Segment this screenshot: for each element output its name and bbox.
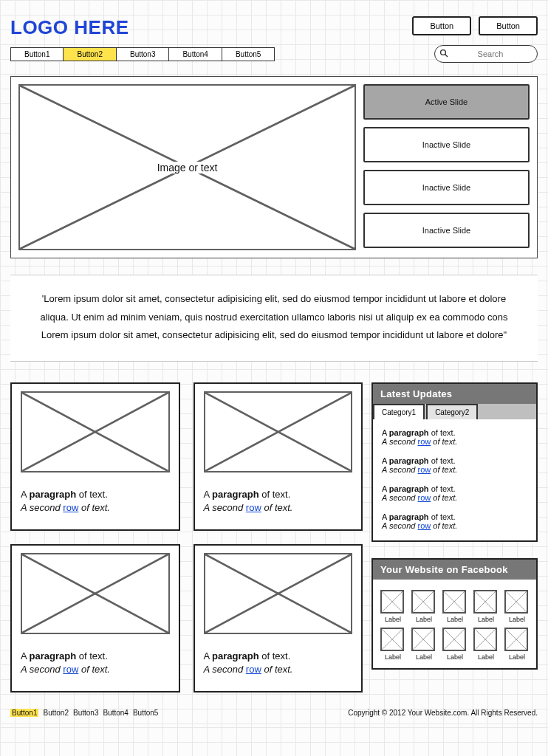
- search-box[interactable]: [434, 45, 538, 63]
- footer-link-5[interactable]: Button5: [133, 709, 158, 717]
- footer-link-2[interactable]: Button2: [43, 709, 68, 717]
- svg-line-1: [445, 55, 448, 57]
- facebook-thumb: [473, 628, 497, 651]
- row-link[interactable]: row: [418, 465, 431, 474]
- facebook-label: Label: [442, 616, 467, 623]
- facebook-label: Label: [504, 653, 530, 661]
- update-second-row: A second row of text.: [382, 437, 527, 446]
- content-card: A paragraph of text. A second row of tex…: [10, 544, 180, 693]
- intro-text: 'Lorem ipsum dolor sit amet, consectetur…: [10, 275, 538, 362]
- facebook-label: Label: [411, 653, 436, 661]
- header-button-1[interactable]: Button: [412, 16, 471, 35]
- facebook-item[interactable]: Label: [380, 590, 405, 623]
- search-input[interactable]: [453, 49, 528, 58]
- slide-2[interactable]: Inactive Slide: [363, 127, 530, 162]
- footer-link-4[interactable]: Button4: [103, 709, 128, 717]
- search-icon: [439, 47, 448, 61]
- slide-4[interactable]: Inactive Slide: [363, 213, 530, 248]
- updates-tab-1[interactable]: Category1: [373, 404, 425, 419]
- facebook-item[interactable]: Label: [411, 628, 436, 661]
- svg-point-0: [441, 50, 446, 55]
- footer-link-1[interactable]: Button1: [10, 709, 38, 717]
- facebook-label: Label: [504, 616, 530, 623]
- card-image-placeholder: [21, 391, 170, 472]
- update-paragraph: A paragraph of text.: [382, 512, 527, 521]
- updates-tab-2[interactable]: Category2: [426, 404, 478, 419]
- facebook-thumb: [411, 628, 435, 651]
- sidebar: Latest Updates Category1 Category2 A par…: [371, 382, 538, 693]
- intro-line-3: Lorem ipsum dolor sit amet, consectetur …: [15, 326, 533, 345]
- content-card: A paragraph of text. A second row of tex…: [10, 382, 180, 531]
- row-link[interactable]: row: [63, 664, 78, 675]
- main-nav: Button1 Button2 Button3 Button4 Button5: [10, 47, 275, 61]
- facebook-thumb: [442, 590, 466, 614]
- slide-3[interactable]: Inactive Slide: [363, 170, 530, 205]
- facebook-thumb: [504, 590, 528, 614]
- facebook-item[interactable]: Label: [442, 628, 467, 661]
- update-second-row: A second row of text.: [382, 493, 527, 502]
- facebook-label: Label: [380, 653, 405, 661]
- header-button-2[interactable]: Button: [479, 16, 538, 35]
- nav-button-2[interactable]: Button2: [64, 47, 116, 61]
- card-second-row: A second row of text.: [21, 502, 170, 513]
- facebook-item[interactable]: Label: [504, 628, 530, 661]
- intro-line-1: 'Lorem ipsum dolor sit amet, consectetur…: [15, 290, 533, 309]
- nav-button-3[interactable]: Button3: [117, 47, 169, 61]
- hero-image-placeholder: Image or text: [18, 84, 356, 250]
- slide-list: Active Slide Inactive Slide Inactive Sli…: [363, 84, 530, 250]
- footer-link-3[interactable]: Button3: [73, 709, 98, 717]
- row-link[interactable]: row: [246, 502, 261, 513]
- facebook-thumb: [504, 628, 528, 651]
- update-item: A paragraph of text. A second row of tex…: [382, 484, 527, 502]
- row-link[interactable]: row: [418, 521, 431, 530]
- footer: Button1 Button2 Button3 Button4 Button5 …: [10, 709, 538, 717]
- nav-button-4[interactable]: Button4: [169, 47, 222, 61]
- row-link[interactable]: row: [63, 502, 78, 513]
- facebook-label: Label: [473, 653, 499, 661]
- card-paragraph: A paragraph of text.: [204, 489, 353, 500]
- facebook-title: Your Website on Facebook: [373, 560, 536, 580]
- facebook-thumb: [411, 590, 435, 614]
- card-image-placeholder: [204, 553, 353, 634]
- intro-line-2: aliqua. Ut enim ad minim veniam, quis no…: [15, 309, 533, 327]
- facebook-item[interactable]: Label: [504, 590, 530, 623]
- logo: LOGO HERE: [10, 16, 129, 39]
- update-paragraph: A paragraph of text.: [382, 428, 527, 437]
- facebook-item[interactable]: Label: [473, 628, 499, 661]
- facebook-item[interactable]: Label: [380, 628, 405, 661]
- row-link[interactable]: row: [418, 437, 431, 446]
- update-paragraph: A paragraph of text.: [382, 456, 527, 465]
- update-second-row: A second row of text.: [382, 465, 527, 474]
- card-paragraph: A paragraph of text.: [21, 489, 170, 500]
- card-second-row: A second row of text.: [204, 664, 353, 675]
- update-item: A paragraph of text. A second row of tex…: [382, 512, 527, 530]
- updates-tabbar: Category1 Category2: [373, 404, 536, 419]
- update-paragraph: A paragraph of text.: [382, 484, 527, 493]
- card-paragraph: A paragraph of text.: [21, 650, 170, 662]
- facebook-item[interactable]: Label: [411, 590, 436, 623]
- facebook-thumb: [380, 590, 404, 614]
- hero-image-label: Image or text: [153, 162, 222, 173]
- footer-copyright: Copyright © 2012 Your Website.com. All R…: [348, 709, 538, 717]
- card-second-row: A second row of text.: [204, 502, 353, 513]
- facebook-thumb: [442, 628, 466, 651]
- facebook-grid: Label Label Label Label Label Label Labe…: [373, 580, 536, 668]
- facebook-label: Label: [442, 653, 467, 661]
- facebook-item[interactable]: Label: [442, 590, 467, 623]
- facebook-label: Label: [473, 616, 499, 623]
- content-card: A paragraph of text. A second row of tex…: [193, 544, 363, 693]
- card-image-placeholder: [204, 391, 353, 472]
- slide-1[interactable]: Active Slide: [363, 84, 530, 120]
- card-grid: A paragraph of text. A second row of tex…: [10, 382, 363, 693]
- nav-button-5[interactable]: Button5: [222, 47, 275, 61]
- nav-button-1[interactable]: Button1: [10, 47, 64, 61]
- row-link[interactable]: row: [246, 664, 261, 675]
- facebook-item[interactable]: Label: [473, 590, 499, 623]
- facebook-widget: Your Website on Facebook Label Label Lab…: [371, 558, 538, 670]
- row-link[interactable]: row: [418, 493, 431, 502]
- update-item: A paragraph of text. A second row of tex…: [382, 428, 527, 446]
- content-card: A paragraph of text. A second row of tex…: [193, 382, 363, 531]
- latest-updates-widget: Latest Updates Category1 Category2 A par…: [371, 382, 538, 542]
- card-second-row: A second row of text.: [21, 664, 170, 675]
- latest-updates-title: Latest Updates: [373, 384, 536, 404]
